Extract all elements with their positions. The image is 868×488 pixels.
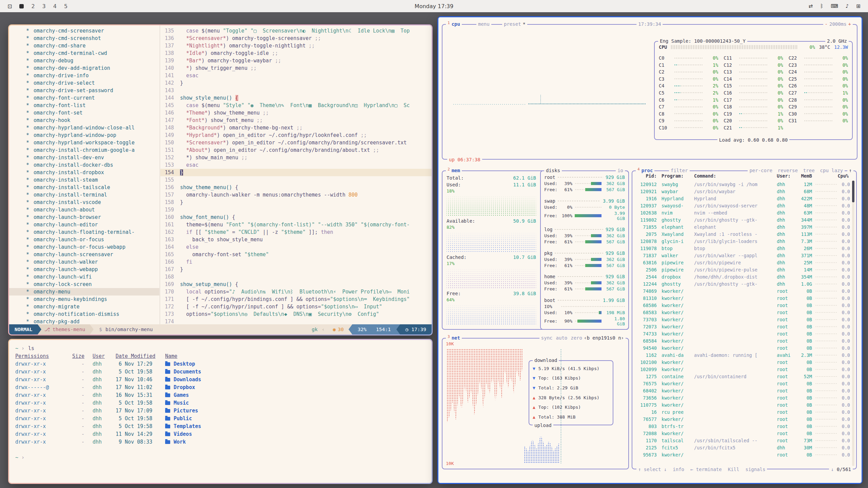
file-list-item[interactable]: *omarchy-install-chromium-google-a bbox=[9, 146, 159, 154]
process-row[interactable]: 72088kworker/root0B0.0 bbox=[635, 430, 850, 437]
process-row[interactable]: 120912swaybg/usr/bin/swaybg -i /homdhh12… bbox=[635, 181, 850, 188]
terminal-body[interactable]: ~ › ls PermissionsSizeUserDate ModifiedN… bbox=[9, 340, 432, 483]
file-list-item[interactable]: *omarchy-hyprland-workspace-toggle bbox=[9, 139, 159, 146]
scroll-up-indicator[interactable]: ↑ bbox=[847, 167, 853, 174]
proc-footer-button[interactable]: ← terminate bbox=[690, 466, 722, 473]
folder-name[interactable]: Public bbox=[165, 415, 192, 423]
code-line[interactable]: 170 local options="♪ Audio\n⇅ Wifi\nᛒ Bl… bbox=[160, 288, 432, 296]
process-row[interactable]: 119802ghostty/usr/bin/ghostty --gtk-dhh3… bbox=[635, 216, 850, 223]
code-line[interactable]: 164 else bbox=[160, 243, 432, 251]
file-list-item[interactable]: *omarchy-launch-floating-terminal- bbox=[9, 228, 159, 236]
file-list-item[interactable]: *omarchy-install-vscode bbox=[9, 199, 159, 206]
code-line[interactable]: 173 options="$options\n◎ Defaults\n◆ DNS… bbox=[160, 310, 432, 318]
proc-option-per-core[interactable]: per-core bbox=[749, 167, 772, 174]
file-list-item[interactable]: *omarchy-cmd-screenshot bbox=[9, 35, 159, 42]
scrollbar-thumb[interactable] bbox=[852, 181, 854, 202]
process-row[interactable]: 63816pipewire/usr/bin/pipewiredhh25M0.0 bbox=[635, 259, 850, 266]
code-line[interactable]: 161 theme=$(menu "Font" "$(omarchy-font-… bbox=[160, 221, 432, 228]
menu-button[interactable]: menu bbox=[476, 21, 491, 27]
code-line[interactable]: 156show_theme_menu() { bbox=[160, 184, 432, 191]
process-row[interactable]: 72073kworker/root0B0.0 bbox=[635, 323, 850, 330]
code-line[interactable]: 163 back_to show_style_menu bbox=[160, 236, 432, 243]
folder-name[interactable]: Dropbox bbox=[165, 384, 195, 391]
file-list-item[interactable]: *omarchy-font-current bbox=[9, 94, 159, 102]
process-row[interactable]: 102100kworker/root0B0.0 bbox=[635, 359, 850, 366]
code-line[interactable]: 165 omarchy-font-set "$theme" bbox=[160, 251, 432, 258]
file-list-item[interactable]: *omarchy-launch-walker bbox=[9, 258, 159, 266]
code-line[interactable]: 153 esac bbox=[160, 161, 432, 169]
code-line[interactable]: 151 *About*) open_in_editor ~/.config/om… bbox=[160, 146, 432, 154]
net-tab-zero[interactable]: zero bbox=[571, 334, 582, 341]
file-list-item[interactable]: *omarchy-launch-about bbox=[9, 206, 159, 214]
code-line[interactable]: 171 [ -f ~/.config/hypr/bindings.conf ] … bbox=[160, 296, 432, 303]
folder-name[interactable]: Pictures bbox=[165, 407, 198, 415]
code-line[interactable]: 167} bbox=[160, 266, 432, 273]
file-list-item[interactable]: *omarchy-lock-screen bbox=[9, 281, 159, 288]
file-list-item[interactable]: *omarchy-launch-wifi bbox=[9, 273, 159, 281]
code-pane[interactable]: 135 case $(menu "Toggle" "▢ Screensaver\… bbox=[160, 27, 432, 324]
code-line[interactable]: 148 *Background*) omarchy-theme-bg-next … bbox=[160, 124, 432, 131]
code-line[interactable]: 174 bbox=[160, 318, 432, 324]
file-list-item[interactable]: *omarchy-debug bbox=[9, 57, 159, 64]
code-line[interactable]: 168 bbox=[160, 273, 432, 281]
process-row[interactable]: 73703kworker/root0B0.0 bbox=[635, 316, 850, 323]
code-line[interactable]: 169show_setup_menu() { bbox=[160, 281, 432, 288]
code-line[interactable]: 150 *Screensaver*) open_in_editor ~/.con… bbox=[160, 139, 432, 146]
process-row[interactable]: 74733kworker/root0B0.0 bbox=[635, 330, 850, 337]
folder-name[interactable]: Templates bbox=[165, 423, 201, 430]
code-line[interactable]: 139 *Bar*) omarchy-toggle-waybar ;; bbox=[160, 57, 432, 64]
screencast-icon[interactable]: ⇄ bbox=[809, 3, 813, 9]
code-line[interactable]: 155 bbox=[160, 176, 432, 184]
proc-footer-button[interactable]: ↑ select ↓ bbox=[638, 466, 667, 473]
code-line[interactable]: 166 fi bbox=[160, 258, 432, 266]
file-list-item[interactable]: *omarchy-install-docker-dbs bbox=[9, 161, 159, 169]
sort-selector[interactable]: cpu lazy bbox=[820, 167, 843, 174]
process-row[interactable]: 73656kworker/root0B0.0 bbox=[635, 394, 850, 401]
proc-option-reverse[interactable]: reverse bbox=[778, 167, 798, 174]
code-line[interactable]: 157 omarchy-launch-walker -m menus:omarc… bbox=[160, 191, 432, 199]
code-line[interactable]: 140 *) show_trigger_menu ;; bbox=[160, 64, 432, 72]
process-row[interactable]: 68583kworker/root0B0.0 bbox=[635, 309, 850, 316]
process-row[interactable]: 76575kworker/root0B0.0 bbox=[635, 380, 850, 387]
code-line[interactable]: 146 *Theme*) show_theme_menu ;; bbox=[160, 109, 432, 117]
code-line[interactable]: 159 bbox=[160, 206, 432, 214]
file-list-item[interactable]: *omarchy-migrate bbox=[9, 303, 159, 310]
file-list-item[interactable]: *omarchy-cmd-terminal-cwd bbox=[9, 49, 159, 57]
code-line[interactable]: 160show_font_menu() { bbox=[160, 214, 432, 221]
process-scrollbar[interactable] bbox=[852, 181, 854, 466]
workspace-5[interactable]: 5 bbox=[64, 3, 67, 9]
process-row[interactable]: 102638nvimnvim --embeddhh63M0.0 bbox=[635, 209, 850, 216]
scroll-down-indicator[interactable]: ↓ bbox=[831, 466, 833, 473]
file-list-item[interactable]: *omarchy-launch-browser bbox=[9, 214, 159, 221]
file-list-item[interactable]: *omarchy-cmd-share bbox=[9, 42, 159, 49]
code-line[interactable]: 149 *Hyprland*) open_in_editor ~/.config… bbox=[160, 131, 432, 139]
file-list-item[interactable]: *omarchy-hyprland-window-pop bbox=[9, 131, 159, 139]
code-line[interactable]: 137 *Nightlight*) omarchy-toggle-nightli… bbox=[160, 42, 432, 49]
code-line[interactable]: 136 *Screensaver*) omarchy-toggle-screen… bbox=[160, 35, 432, 42]
apps-icon[interactable]: ⊞ bbox=[856, 3, 861, 9]
code-line[interactable]: 152 *) show_main_menu ;; bbox=[160, 154, 432, 161]
code-line[interactable]: 154} bbox=[160, 169, 432, 176]
process-row[interactable]: 76577kworker/root0B0.0 bbox=[635, 415, 850, 423]
workspace-2[interactable]: 2 bbox=[31, 3, 35, 9]
process-row[interactable]: 1916HyprlandHyprlanddhh422M0.0 bbox=[635, 195, 850, 202]
file-list-item[interactable]: *omarchy-drive-set-password bbox=[9, 87, 159, 94]
net-tab-auto[interactable]: auto bbox=[556, 334, 568, 341]
interval-increase-button[interactable]: + bbox=[848, 21, 851, 27]
file-list-item[interactable]: *omarchy-install-dropbox bbox=[9, 169, 159, 176]
file-list-item[interactable]: *omarchy-cmd-screensaver bbox=[9, 27, 159, 35]
volume-icon[interactable]: ♪ bbox=[846, 3, 849, 9]
io-toggle[interactable]: io bbox=[616, 167, 625, 174]
file-list-item[interactable]: *omarchy-hyprland-window-close-all bbox=[9, 124, 159, 131]
file-list-item[interactable]: *omarchy-install-tailscale bbox=[9, 184, 159, 191]
process-row[interactable]: 95673kworker/root0B0.0 bbox=[635, 451, 850, 458]
process-row[interactable]: 120921waybar/usr/bin/waybardhh68M0.0 bbox=[635, 188, 850, 195]
process-row[interactable]: 81310kworker/root0B0.0 bbox=[635, 294, 850, 302]
process-row[interactable]: 16rcu_preeroot0B0.0 bbox=[635, 408, 850, 415]
proc-footer-button[interactable]: info bbox=[673, 466, 684, 473]
folder-name[interactable]: Desktop bbox=[165, 360, 195, 368]
process-row[interactable]: 2544dropbox/home/dhh/.dropbox-distdhh354… bbox=[635, 273, 850, 280]
process-row[interactable]: 120878glycin-i/usr/lib/glycin-loadersdhh… bbox=[635, 238, 850, 245]
process-row[interactable]: 68584kworker/root0B0.0 bbox=[635, 337, 850, 344]
file-list-item[interactable]: *omarchy-launch-editor bbox=[9, 221, 159, 228]
